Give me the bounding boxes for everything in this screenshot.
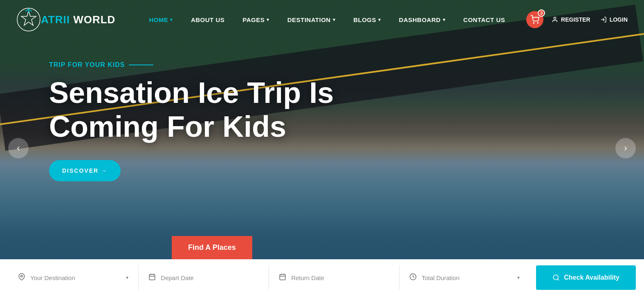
svg-point-4 (554, 17, 556, 19)
cart-button[interactable]: 3 (526, 11, 543, 28)
depart-date-field[interactable]: Depart Date (139, 265, 269, 290)
search-bar-wrapper: Find a Places Your Destination ▾ (0, 236, 644, 296)
duration-placeholder: Total Duration (422, 274, 512, 281)
duration-field[interactable]: Total Duration ▾ (399, 265, 530, 290)
search-bar: Your Destination ▾ Depart Date (0, 259, 644, 296)
cart-badge: 3 (538, 9, 545, 17)
logo-icon (16, 7, 41, 32)
destination-caret: ▾ (333, 17, 336, 22)
home-caret: ▾ (170, 17, 173, 22)
discover-button[interactable]: DISCOVER → (49, 160, 121, 181)
return-placeholder: Return Date (291, 274, 389, 281)
nav-item-about[interactable]: ABOUT US (182, 0, 233, 39)
pages-caret: ▾ (267, 17, 269, 22)
auth-section: REGISTER LOGIN (552, 16, 628, 23)
pin-icon (18, 273, 25, 283)
logo-text: ATRII WORLD (41, 13, 115, 26)
find-places-tab[interactable]: Find a Places (172, 236, 252, 259)
search-btn-icon (552, 274, 560, 281)
depart-placeholder: Depart Date (161, 274, 259, 281)
login-icon (600, 16, 607, 23)
duration-caret-icon: ▾ (517, 275, 520, 280)
svg-point-3 (537, 22, 538, 23)
clock-icon (409, 273, 417, 283)
nav-right: 3 REGISTER LOGIN (526, 11, 628, 28)
nav-item-destination[interactable]: DESTINATION ▾ (278, 0, 345, 39)
hero-section: ATRII WORLD HOME ▾ ABOUT US PAGES ▾ DEST… (0, 0, 644, 296)
hero-subtitle: Trip For Your Kids (49, 61, 334, 69)
destination-caret-icon: ▾ (126, 275, 128, 280)
svg-line-17 (558, 279, 559, 280)
navbar: ATRII WORLD HOME ▾ ABOUT US PAGES ▾ DEST… (0, 0, 644, 39)
nav-item-pages[interactable]: PAGES ▾ (233, 0, 278, 39)
nav-item-blogs[interactable]: BLOGS ▾ (344, 0, 390, 39)
nav-item-dashboard[interactable]: DASHBOARD ▾ (390, 0, 455, 39)
slider-next-button[interactable]: › (615, 138, 636, 158)
check-availability-button[interactable]: Check Availability (536, 265, 636, 290)
prev-arrow-icon: ‹ (17, 143, 20, 154)
svg-point-2 (533, 22, 534, 23)
nav-item-contact[interactable]: CONTACT US (454, 0, 514, 39)
next-arrow-icon: › (624, 143, 627, 154)
calendar-depart-icon (148, 273, 156, 283)
cart-icon (530, 15, 539, 24)
register-icon (552, 16, 558, 23)
hero-title: Sensation Ice Trip Is Coming For Kids (49, 76, 334, 144)
svg-rect-11 (280, 274, 285, 280)
logo[interactable]: ATRII WORLD (16, 7, 115, 32)
slider-prev-button[interactable]: ‹ (8, 138, 29, 158)
nav-links: HOME ▾ ABOUT US PAGES ▾ DESTINATION ▾ BL… (140, 0, 526, 39)
hero-content: Trip For Your Kids Sensation Ice Trip Is… (49, 61, 334, 181)
dashboard-caret: ▾ (443, 17, 446, 22)
svg-point-6 (21, 275, 23, 277)
return-date-field[interactable]: Return Date (269, 265, 399, 290)
nav-item-home[interactable]: HOME ▾ (140, 0, 182, 39)
blogs-caret: ▾ (378, 17, 381, 22)
calendar-return-icon (279, 273, 286, 283)
register-button[interactable]: REGISTER (552, 16, 590, 23)
destination-placeholder: Your Destination (30, 274, 121, 281)
destination-field[interactable]: Your Destination ▾ (8, 265, 139, 290)
svg-point-16 (554, 275, 559, 280)
svg-rect-7 (149, 274, 155, 280)
login-button[interactable]: LOGIN (600, 16, 628, 23)
